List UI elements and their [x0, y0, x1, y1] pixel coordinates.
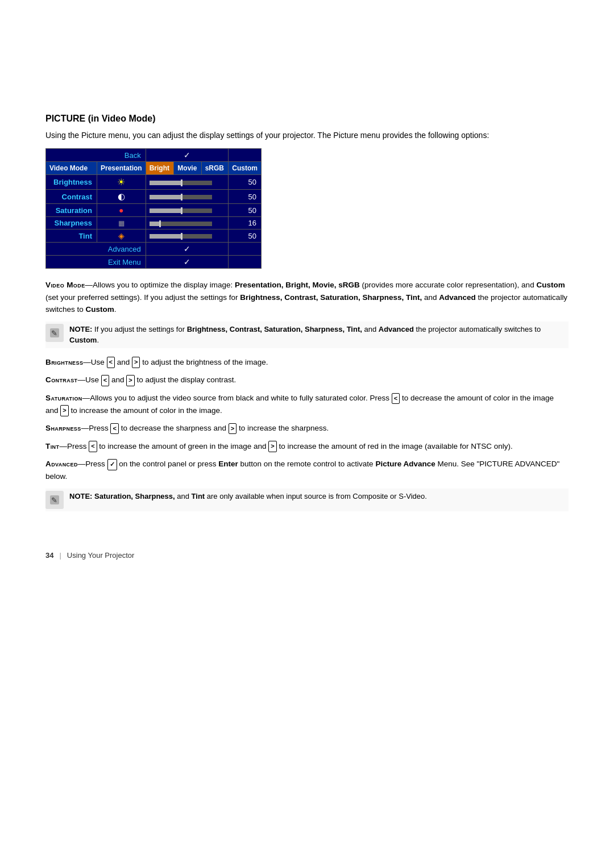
row-icon-saturation: ● — [97, 204, 146, 217]
row-bar-tint — [146, 229, 229, 243]
col-srgb: sRGB — [201, 162, 229, 175]
footer-page-number: 34 — [45, 551, 53, 560]
section-title: PICTURE (in Video Mode) — [45, 114, 569, 124]
row-label-contrast: Contrast — [46, 190, 97, 204]
menu-row-brightness: Brightness ☀ 50 — [46, 175, 262, 190]
row-bar-brightness — [146, 175, 229, 190]
row-icon-tint: ◈ — [97, 229, 146, 243]
video-mode-paragraph: Video Mode—Allows you to optimize the di… — [45, 279, 569, 316]
row-label-sharpness: Sharpness — [46, 217, 97, 229]
term-advanced: Advanced — [45, 460, 78, 468]
row-bar-sharpness — [146, 217, 229, 229]
saturation-paragraph: Saturation—Allows you to adjust the vide… — [45, 392, 569, 416]
advanced-paragraph: Advanced—Press ✓ on the control panel or… — [45, 458, 569, 482]
btn-sharpness-left: < — [110, 423, 118, 435]
btn-brightness-left: < — [107, 357, 115, 368]
svg-text:✎: ✎ — [51, 329, 57, 337]
picture-menu-table: Back ✓ Video Mode Presentation Bright Mo… — [45, 148, 262, 269]
menu-row-sharpness: Sharpness ▦ 16 — [46, 217, 262, 229]
row-icon-contrast: ◐ — [97, 190, 146, 204]
sharpness-paragraph: Sharpness—Press < to decrease the sharpn… — [45, 422, 569, 435]
note-icon-2: ✎ — [45, 491, 64, 509]
row-val-contrast: 50 — [229, 190, 262, 204]
contrast-paragraph: Contrast—Use < and > to adjust the displ… — [45, 374, 569, 386]
term-tint: Tint — [45, 442, 59, 450]
advanced-check: ✓ — [146, 243, 229, 256]
page-content: PICTURE (in Video Mode) Using the Pictur… — [0, 0, 614, 594]
term-contrast: Contrast — [45, 375, 78, 384]
btn-tint-right: > — [268, 441, 276, 452]
col-bright: Bright — [146, 162, 174, 175]
row-label-tint: Tint — [46, 229, 97, 243]
row-label-saturation: Saturation — [46, 204, 97, 217]
btn-contrast-right: > — [126, 375, 134, 386]
note-pencil-icon-2: ✎ — [49, 494, 60, 506]
term-video-mode: Video Mode — [45, 281, 85, 289]
tint-paragraph: Tint—Press < to increase the amount of g… — [45, 440, 569, 453]
btn-tint-left: < — [89, 441, 97, 452]
btn-brightness-right: > — [132, 357, 140, 368]
exit-label: Exit Menu — [46, 256, 146, 269]
menu-header-row: Video Mode Presentation Bright Movie sRG… — [46, 162, 262, 175]
menu-row-contrast: Contrast ◐ 50 — [46, 190, 262, 204]
row-bar-contrast — [146, 190, 229, 204]
col-movie: Movie — [174, 162, 201, 175]
menu-row-advanced: Advanced ✓ — [46, 243, 262, 256]
btn-advanced-enter: ✓ — [107, 459, 117, 470]
row-label-brightness: Brightness — [46, 175, 97, 190]
row-val-tint: 50 — [229, 229, 262, 243]
note-text-2: NOTE: Saturation, Sharpness, and Tint ar… — [69, 491, 427, 502]
menu-back-row: Back ✓ — [46, 149, 262, 162]
term-brightness: Brightness — [45, 358, 83, 366]
menu-row-saturation: Saturation ● 50 — [46, 204, 262, 217]
row-icon-brightness: ☀ — [97, 175, 146, 190]
row-val-sharpness: 16 — [229, 217, 262, 229]
footer-label: Using Your Projector — [67, 551, 135, 560]
menu-row-tint: Tint ◈ 50 — [46, 229, 262, 243]
row-val-brightness: 50 — [229, 175, 262, 190]
note-pencil-icon: ✎ — [49, 327, 60, 339]
top-space — [45, 23, 569, 114]
footer-separator: | — [59, 551, 61, 560]
intro-text: Using the Picture menu, you can adjust t… — [45, 130, 569, 141]
btn-sharpness-right: > — [229, 423, 237, 435]
note-icon-1: ✎ — [45, 324, 64, 342]
row-val-saturation: 50 — [229, 204, 262, 217]
back-label: Back — [46, 149, 146, 162]
row-icon-sharpness: ▦ — [97, 217, 146, 229]
brightness-paragraph: Brightness—Use < and > to adjust the bri… — [45, 356, 569, 369]
btn-contrast-left: < — [101, 375, 109, 386]
btn-saturation-left: < — [392, 393, 400, 404]
note-box-2: ✎ NOTE: Saturation, Sharpness, and Tint … — [45, 489, 569, 511]
svg-text:✎: ✎ — [51, 496, 57, 504]
col-videomode: Video Mode — [46, 162, 97, 175]
term-sharpness: Sharpness — [45, 424, 81, 432]
page-footer: 34 | Using Your Projector — [45, 545, 569, 560]
btn-saturation-right: > — [60, 405, 68, 416]
exit-check: ✓ — [146, 256, 229, 269]
note-box-1: ✎ NOTE: If you adjust the settings for B… — [45, 322, 569, 348]
col-custom: Custom — [229, 162, 262, 175]
row-bar-saturation — [146, 204, 229, 217]
menu-row-exit: Exit Menu ✓ — [46, 256, 262, 269]
col-presentation: Presentation — [97, 162, 146, 175]
note-text-1: NOTE: If you adjust the settings for Bri… — [69, 324, 569, 346]
term-saturation: Saturation — [45, 394, 82, 402]
advanced-label: Advanced — [46, 243, 146, 256]
back-check: ✓ — [146, 149, 229, 162]
